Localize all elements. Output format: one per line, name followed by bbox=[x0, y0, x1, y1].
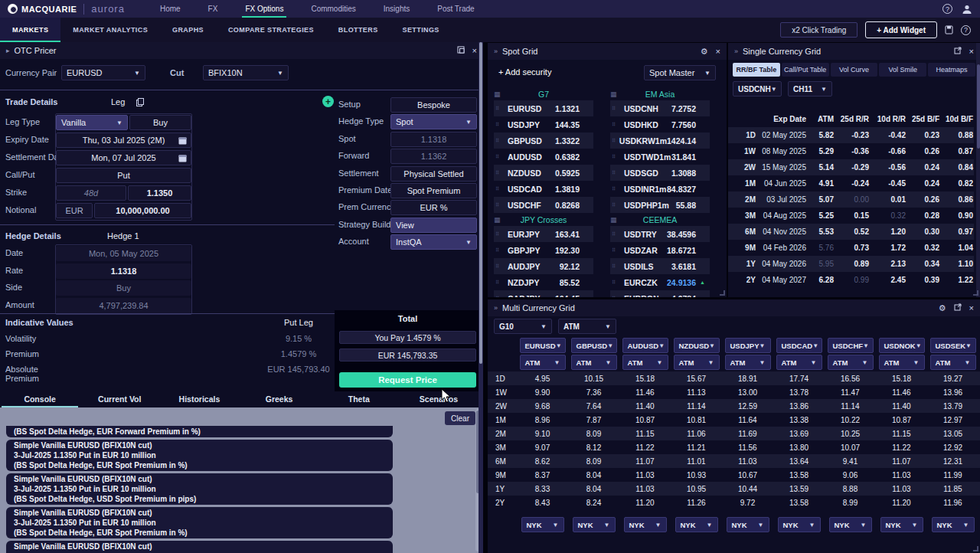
spot-row-usdhkd[interactable]: ⠿USDHKD7.7560 bbox=[610, 116, 710, 133]
tab-compare-strategies[interactable]: COMPARE STRATEGIES bbox=[216, 18, 326, 42]
tab-graphs[interactable]: GRAPHS bbox=[160, 18, 216, 42]
x2-click-trading-button[interactable]: x2 Click Trading bbox=[780, 22, 858, 38]
nav-item-fx[interactable]: FX bbox=[194, 0, 232, 18]
close-icon[interactable]: × bbox=[472, 46, 477, 55]
single-grid-row-9m[interactable]: 9M04 Feb 20265.760.731.720.321.04 bbox=[728, 240, 974, 256]
setup-field-forward[interactable]: 1.1362 bbox=[390, 149, 477, 164]
cut-select-nzdusd[interactable]: NYK▼ bbox=[675, 517, 718, 532]
setup-field-spot[interactable]: 1.1318 bbox=[390, 132, 477, 147]
close-icon[interactable]: × bbox=[716, 47, 720, 56]
cut-select-usdnok[interactable]: NYK▼ bbox=[880, 517, 923, 532]
cut-select-usdcad[interactable]: NYK▼ bbox=[778, 517, 821, 532]
spot-row-gbpjpy[interactable]: ⠿GBPJPY192.30 bbox=[494, 242, 593, 258]
single-grid-scrollbar[interactable] bbox=[976, 43, 980, 297]
spot-row-eurjpy[interactable]: ⠿EURJPY163.41 bbox=[494, 226, 593, 242]
spot-row-eurusd[interactable]: ⠿EURUSD1.1321 bbox=[494, 100, 593, 116]
single-tab-vol-smile[interactable]: Vol Smile bbox=[879, 63, 926, 77]
spot-row-usdphp1m[interactable]: ⠿USDPHP1m55.88 bbox=[610, 197, 710, 213]
multi-grid-row-3m[interactable]: 3M9.078.1211.2211.2111.5613.8010.0711.22… bbox=[488, 440, 980, 454]
gear-icon[interactable]: ⚙ bbox=[939, 303, 946, 313]
cut-select-gbpusd[interactable]: NYK▼ bbox=[573, 517, 616, 532]
single-tab-heatmaps[interactable]: Heatmaps bbox=[928, 63, 975, 77]
single-grid-row-6m[interactable]: 6M04 Nov 20255.530.521.200.300.97 bbox=[728, 224, 974, 240]
setup-field-prem-currency[interactable]: EUR % bbox=[390, 200, 477, 215]
hedge-field-side[interactable]: Buy bbox=[56, 280, 191, 296]
close-icon[interactable]: × bbox=[969, 47, 974, 56]
currency-select-usdchf[interactable]: USDCHF▼ bbox=[828, 338, 874, 353]
nav-item-insights[interactable]: Insights bbox=[370, 0, 423, 18]
spot-row-usdzar[interactable]: ⠿USDZAR18.6721 bbox=[610, 242, 710, 258]
setup-select-strategy-builder[interactable]: View bbox=[390, 218, 477, 233]
save-layout-icon[interactable] bbox=[945, 25, 953, 34]
currency-select-nzdusd[interactable]: NZDUSD▼ bbox=[674, 338, 720, 353]
metric-select-usdcad[interactable]: ATM▼ bbox=[776, 355, 822, 370]
spot-row-eurczk[interactable]: ⠿EURCZK24.9136▲ bbox=[610, 274, 710, 290]
cut-select[interactable]: BFIX10N▼ bbox=[203, 65, 289, 80]
nav-item-commodities[interactable]: Commodities bbox=[297, 0, 369, 18]
resize-handle[interactable] bbox=[973, 546, 978, 551]
multi-grid-row-1m[interactable]: 1M8.967.8710.8710.8111.6413.3810.2210.87… bbox=[488, 413, 980, 427]
spot-row-usdchf[interactable]: ⠿USDCHF0.8268 bbox=[494, 197, 593, 213]
spot-row-usdsgd[interactable]: ⠿USDSGD1.3088 bbox=[610, 165, 710, 181]
hedge-field-amount[interactable]: 4,797,239.84 bbox=[56, 298, 191, 313]
tab-market-analytics[interactable]: MARKET ANALYTICS bbox=[60, 18, 160, 42]
pair-select[interactable]: USDCNH▼ bbox=[733, 81, 782, 97]
hedge-field-rate[interactable]: 1.1318 bbox=[56, 263, 191, 279]
multi-grid-row-1w[interactable]: 1W9.907.3611.4611.1313.0013.7811.4711.46… bbox=[488, 385, 980, 399]
console-tab-theta[interactable]: Theta bbox=[319, 393, 399, 407]
tab-settings[interactable]: SETTINGS bbox=[390, 18, 452, 42]
user-avatar-icon[interactable] bbox=[962, 4, 972, 15]
console-tab-current-vol[interactable]: Current Vol bbox=[80, 393, 159, 407]
currency-select-usdsek[interactable]: USDSEK▼ bbox=[930, 338, 976, 353]
metric-select-eurusd[interactable]: ATM▼ bbox=[520, 355, 566, 370]
console-tab-greeks[interactable]: Greeks bbox=[240, 393, 319, 407]
single-grid-row-2y[interactable]: 2Y04 May 20276.280.992.450.391.22 bbox=[728, 272, 974, 288]
metric-select-usdsek[interactable]: ATM▼ bbox=[930, 355, 976, 370]
otc-scrollbar[interactable] bbox=[479, 42, 483, 553]
nav-item-fx-options[interactable]: FX Options bbox=[231, 0, 297, 18]
single-tab-rr-bf-table[interactable]: RR/BF Table bbox=[733, 63, 780, 77]
single-grid-row-3m[interactable]: 3M04 Aug 20255.250.150.320.280.90 bbox=[728, 208, 974, 224]
help-icon[interactable]: ? bbox=[942, 4, 952, 14]
single-grid-row-1d[interactable]: 1D02 May 20255.82-0.23-0.420.230.88 bbox=[728, 127, 974, 143]
popout-icon[interactable] bbox=[457, 46, 465, 55]
multi-grid-row-1y[interactable]: 1Y8.338.0411.0310.9510.4413.598.8811.031… bbox=[488, 482, 980, 496]
spot-row-usdtry[interactable]: ⠿USDTRY38.4596 bbox=[610, 226, 710, 242]
spot-master-select[interactable]: Spot Master▼ bbox=[644, 65, 716, 80]
cut-select-eurusd[interactable]: NYK▼ bbox=[521, 517, 564, 532]
cut-select-usdchf[interactable]: NYK▼ bbox=[829, 517, 872, 532]
add-security-button[interactable]: + Add security bbox=[498, 67, 551, 77]
multi-grid-row-9m[interactable]: 9M8.378.0411.0310.9310.6713.589.0611.031… bbox=[488, 468, 980, 482]
multi-grid-row-1d[interactable]: 1D4.9510.1515.1815.6718.9117.7416.5615.1… bbox=[488, 371, 980, 385]
currency-select-audusd[interactable]: AUDUSD▼ bbox=[622, 338, 668, 353]
multi-grid-row-2w[interactable]: 2W9.687.6411.4011.1412.5913.8611.1411.40… bbox=[488, 399, 980, 413]
collapse-icon[interactable]: » bbox=[494, 304, 498, 312]
multi-grid-row-6m[interactable]: 6M8.628.0911.0711.0111.0313.649.4111.071… bbox=[488, 454, 980, 468]
add-widget-button[interactable]: + Add Widget bbox=[865, 21, 937, 38]
console-tab-scenarios[interactable]: Scenarios bbox=[399, 393, 479, 407]
single-tab-vol-curve[interactable]: Vol Curve bbox=[831, 63, 878, 77]
group-select[interactable]: CH11▼ bbox=[788, 81, 832, 97]
close-icon[interactable]: × bbox=[969, 303, 974, 312]
spot-row-usdkrw1m[interactable]: ⠿USDKRW1m1424.14 bbox=[610, 133, 710, 149]
console-tab-console[interactable]: Console bbox=[0, 393, 80, 407]
collapse-icon[interactable]: » bbox=[494, 47, 498, 55]
currency-select-usdnok[interactable]: USDNOK▼ bbox=[879, 338, 925, 353]
nav-item-post-trade[interactable]: Post Trade bbox=[423, 0, 488, 18]
group-select[interactable]: G10▼ bbox=[494, 319, 552, 334]
currency-pair-select[interactable]: EURUSD▼ bbox=[61, 65, 145, 80]
currency-select-usdjpy[interactable]: USDJPY▼ bbox=[725, 338, 771, 353]
metric-select-usdchf[interactable]: ATM▼ bbox=[828, 355, 874, 370]
help-icon[interactable]: ? bbox=[961, 25, 971, 35]
spot-row-usdtwd1m[interactable]: ⠿USDTWD1m31.841 bbox=[610, 149, 710, 165]
console-tab-historicals[interactable]: Historicals bbox=[159, 393, 239, 407]
currency-select-eurusd[interactable]: EURUSD▼ bbox=[520, 338, 566, 353]
multi-grid-row-2m[interactable]: 2M9.108.0911.1511.0611.6913.6910.2511.15… bbox=[488, 427, 980, 440]
spot-row-usdils[interactable]: ⠿USDILS3.6181 bbox=[610, 258, 710, 274]
tab-blotters[interactable]: BLOTTERS bbox=[326, 18, 390, 42]
single-grid-row-2m[interactable]: 2M03 Jul 20255.070.000.010.260.86 bbox=[728, 191, 974, 208]
currency-select-gbpusd[interactable]: GBPUSD▼ bbox=[571, 338, 617, 353]
single-grid-row-1y[interactable]: 1Y04 May 20265.950.892.130.341.10 bbox=[728, 256, 974, 272]
cut-select-usdsek[interactable]: NYK▼ bbox=[932, 517, 975, 532]
spot-row-audjpy[interactable]: ⠿AUDJPY92.12 bbox=[494, 258, 593, 274]
